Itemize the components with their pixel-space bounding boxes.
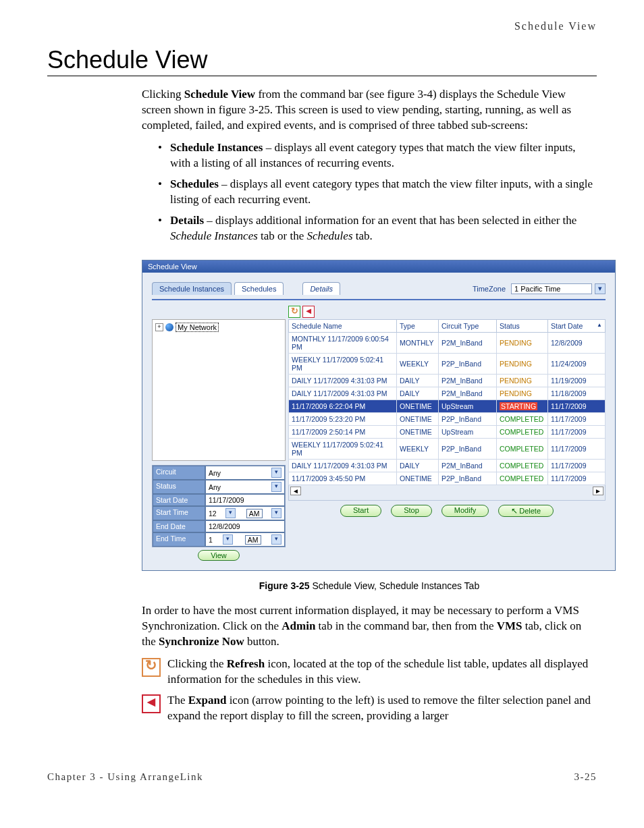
chevron-down-icon[interactable]: ▾ xyxy=(271,468,281,478)
bullet-item: Schedules – displays all event category … xyxy=(158,177,597,208)
timezone-label: TimeZone xyxy=(473,285,506,293)
cursor-icon: ↖ xyxy=(511,506,518,516)
start-button[interactable]: Start xyxy=(340,505,381,517)
refresh-icon[interactable]: ↻ xyxy=(288,306,300,318)
table-row[interactable]: WEEKLY 11/17/2009 5:02:41 PMWEEKLYP2P_In… xyxy=(289,439,606,460)
cell-status: COMPLETED xyxy=(497,460,548,472)
filter-status-label: Status xyxy=(153,480,205,494)
cell-circuit: P2P_InBand xyxy=(439,354,497,375)
cell-status: COMPLETED xyxy=(497,426,548,439)
cell-circuit: UpStream xyxy=(439,426,497,439)
bullet-list: Schedule Instances – displays all event … xyxy=(158,140,597,244)
stop-button[interactable]: Stop xyxy=(391,505,432,517)
horizontal-scrollbar[interactable]: ◄ ► xyxy=(288,485,606,501)
window-titlebar: Schedule View xyxy=(142,260,615,273)
tab-details[interactable]: Details xyxy=(302,282,340,295)
cell-name: 11/17/2009 2:50:14 PM xyxy=(289,426,397,439)
cell-type: DAILY xyxy=(397,375,439,387)
scroll-right-icon[interactable]: ► xyxy=(593,487,603,495)
table-row[interactable]: 11/17/2009 6:22:04 PMONETIMEUpStreamSTAR… xyxy=(289,400,606,413)
chevron-down-icon[interactable]: ▾ xyxy=(225,508,236,518)
col-start-date[interactable]: Start Date▲ xyxy=(548,320,606,333)
cell-circuit: P2P_InBand xyxy=(439,413,497,426)
cell-status: PENDING xyxy=(497,354,548,375)
scroll-left-icon[interactable]: ◄ xyxy=(290,487,301,495)
filter-enddate-input[interactable]: 12/8/2009 xyxy=(205,520,285,532)
filter-startdate-value: 11/17/2009 xyxy=(209,496,244,504)
filter-endtime-input[interactable]: 1 ▾ AM ▾ xyxy=(205,532,285,547)
network-tree[interactable]: + My Network xyxy=(152,319,286,461)
cell-circuit: P2M_InBand xyxy=(439,460,497,472)
cell-start: 11/17/2009 xyxy=(548,439,606,460)
filter-endtime-value: 1 xyxy=(209,536,213,544)
cell-type: ONETIME xyxy=(397,472,439,485)
cell-type: MONTHLY xyxy=(397,333,439,354)
chevron-down-icon[interactable]: ▾ xyxy=(271,482,281,492)
cell-start: 11/18/2009 xyxy=(548,387,606,400)
cell-status: STARTING xyxy=(497,400,548,413)
cell-status: PENDING xyxy=(497,375,548,387)
filter-starttime-value: 12 xyxy=(209,509,217,518)
cell-circuit: P2P_InBand xyxy=(439,472,497,485)
tree-root-label[interactable]: My Network xyxy=(176,323,219,332)
table-row[interactable]: WEEKLY 11/17/2009 5:02:41 PMWEEKLYP2P_In… xyxy=(289,354,606,375)
timezone-select[interactable]: 1 Pacific Time xyxy=(511,283,592,294)
cell-type: WEEKLY xyxy=(397,354,439,375)
cell-circuit: P2M_InBand xyxy=(439,375,497,387)
table-row[interactable]: 11/17/2009 2:50:14 PMONETIMEUpStreamCOMP… xyxy=(289,426,606,439)
cell-type: ONETIME xyxy=(397,426,439,439)
filter-startdate-input[interactable]: 11/17/2009 xyxy=(205,494,285,506)
view-button[interactable]: View xyxy=(198,550,240,561)
cell-start: 11/17/2009 xyxy=(548,472,606,485)
cell-start: 11/17/2009 xyxy=(548,426,606,439)
cell-type: ONETIME xyxy=(397,400,439,413)
delete-button[interactable]: ↖Delete xyxy=(498,505,554,517)
cell-name: WEEKLY 11/17/2009 5:02:41 PM xyxy=(289,439,397,460)
chevron-down-icon[interactable]: ▾ xyxy=(223,534,233,545)
filter-status-select[interactable]: Any ▾ xyxy=(205,480,285,494)
col-type[interactable]: Type xyxy=(397,320,439,333)
col-circuit-type[interactable]: Circuit Type xyxy=(439,320,497,333)
cell-start: 11/17/2009 xyxy=(548,460,606,472)
cell-status: COMPLETED xyxy=(497,413,548,426)
table-row[interactable]: DAILY 11/17/2009 4:31:03 PMDAILYP2M_InBa… xyxy=(289,387,606,400)
table-row[interactable]: DAILY 11/17/2009 4:31:03 PMDAILYP2M_InBa… xyxy=(289,375,606,387)
col-schedule-name[interactable]: Schedule Name xyxy=(289,320,397,333)
table-row[interactable]: MONTHLY 11/17/2009 6:00:54 PMMONTHLYP2M_… xyxy=(289,333,606,354)
chevron-down-icon[interactable]: ▾ xyxy=(595,283,606,294)
cell-status: COMPLETED xyxy=(497,439,548,460)
cell-status: COMPLETED xyxy=(497,472,548,485)
tree-expand-icon[interactable]: + xyxy=(155,323,163,331)
filter-starttime-ampm[interactable]: AM xyxy=(246,509,263,518)
cell-name: 11/17/2009 3:45:50 PM xyxy=(289,472,397,485)
table-row[interactable]: DAILY 11/17/2009 4:31:03 PMDAILYP2M_InBa… xyxy=(289,460,606,472)
footer-right: 3-25 xyxy=(574,771,597,783)
figure-caption: Figure 3-25 Schedule View, Schedule Inst… xyxy=(142,580,597,591)
col-status[interactable]: Status xyxy=(497,320,548,333)
refresh-icon: ↻ xyxy=(142,658,161,677)
cell-status: PENDING xyxy=(497,387,548,400)
expand-icon: ◄ xyxy=(142,694,161,713)
schedule-view-window: Schedule View Schedule Instances Schedul… xyxy=(142,260,616,571)
cell-circuit: P2M_InBand xyxy=(439,387,497,400)
filter-starttime-input[interactable]: 12 ▾ AM ▾ xyxy=(205,506,285,520)
cell-type: DAILY xyxy=(397,460,439,472)
section-title: Schedule View xyxy=(47,46,597,76)
cell-status: PENDING xyxy=(497,333,548,354)
filter-endtime-ampm[interactable]: AM xyxy=(245,535,261,545)
chevron-down-icon[interactable]: ▾ xyxy=(271,534,281,545)
table-row[interactable]: 11/17/2009 5:23:20 PMONETIMEP2P_InBandCO… xyxy=(289,413,606,426)
cell-name: DAILY 11/17/2009 4:31:03 PM xyxy=(289,375,397,387)
bullet-item: Details – displays additional informatio… xyxy=(158,213,597,244)
table-row[interactable]: 11/17/2009 3:45:50 PMONETIMEP2P_InBandCO… xyxy=(289,472,606,485)
intro-paragraph: Clicking Schedule View from the command … xyxy=(142,87,597,134)
chevron-down-icon[interactable]: ▾ xyxy=(271,508,281,518)
tab-schedules[interactable]: Schedules xyxy=(234,282,284,295)
cell-name: DAILY 11/17/2009 4:31:03 PM xyxy=(289,460,397,472)
tab-schedule-instances[interactable]: Schedule Instances xyxy=(152,282,232,295)
expand-icon[interactable]: ◄ xyxy=(302,306,315,318)
footer-left: Chapter 3 - Using ArrangeLink xyxy=(47,771,203,783)
modify-button[interactable]: Modify xyxy=(441,505,489,517)
sync-paragraph: In order to have the most current inform… xyxy=(142,603,597,650)
filter-circuit-select[interactable]: Any ▾ xyxy=(205,466,285,480)
